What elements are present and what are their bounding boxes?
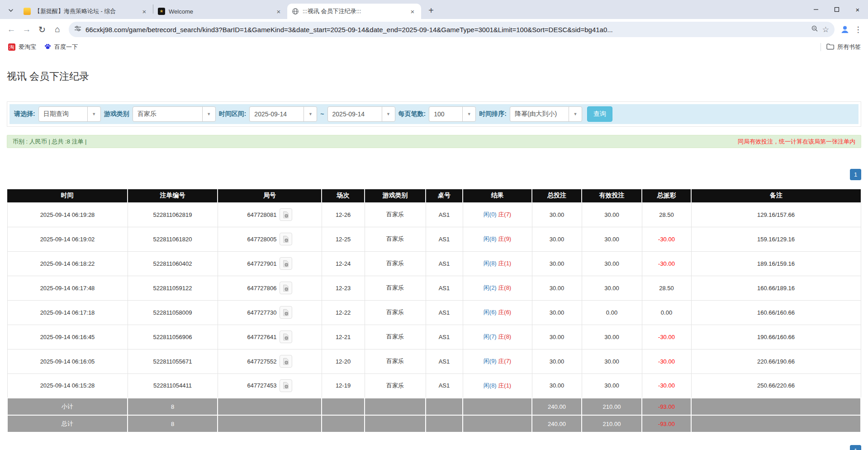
tab-title: :::视讯 会员下注纪录:::	[303, 7, 406, 15]
browser-menu-kebab-icon[interactable]: ⋮	[852, 23, 864, 36]
table-row: 2025-09-14 06:16:05522811055671647727552…	[7, 349, 861, 373]
col-result: 结果	[463, 189, 532, 202]
cell-game-category: 百家乐	[365, 202, 426, 227]
page-1-button[interactable]: 1	[850, 445, 861, 450]
url-text: 66cxkj98.com/game/betrecord_search/kind3…	[85, 26, 807, 34]
table-footer-row: 总计8240.00210.00-93.00	[7, 415, 861, 432]
chevron-down-icon: ▼	[87, 107, 100, 121]
all-bookmarks-button[interactable]: 所有书签	[826, 43, 863, 51]
query-type-label: 请选择:	[14, 110, 35, 118]
video-replay-icon[interactable]	[280, 233, 292, 245]
tab-search-chevron-icon[interactable]	[5, 4, 17, 17]
home-icon[interactable]: ⌂	[50, 22, 65, 37]
date-start-picker[interactable]: 2025-09-14 ▼	[249, 106, 317, 122]
cell-payout: -30.00	[642, 227, 691, 251]
cell-game-category: 百家乐	[365, 349, 426, 373]
time-sort-label: 时间排序:	[479, 110, 507, 118]
video-replay-icon[interactable]	[280, 330, 292, 343]
round-no-wrap: 647727641	[218, 330, 322, 343]
col-valid-bet: 有效投注	[582, 189, 642, 202]
cell-bet-no: 522811056906	[128, 325, 218, 349]
cell-bet-no: 522811054411	[128, 373, 218, 398]
reload-icon[interactable]: ↻	[34, 22, 50, 37]
window-close-button[interactable]: ×	[847, 0, 868, 19]
footer-label: 小计	[7, 398, 128, 415]
tab-welcome[interactable]: ★ Welcome ×	[153, 4, 287, 19]
cell-table-no: AS1	[426, 349, 463, 373]
cell-total-bet-link[interactable]: 30.00	[532, 349, 582, 373]
site-settings-tune-icon[interactable]	[74, 25, 81, 34]
tab-bet-record-active[interactable]: :::视讯 会员下注纪录::: ×	[287, 4, 421, 19]
zoom-indicator-icon[interactable]	[811, 25, 818, 34]
cell-table-no: AS1	[426, 227, 463, 251]
round-no-wrap: 647727806	[218, 282, 322, 294]
address-bar[interactable]: 66cxkj98.com/game/betrecord_search/kind3…	[69, 22, 835, 37]
cell-valid-bet: 30.00	[582, 202, 642, 227]
video-replay-icon[interactable]	[280, 208, 292, 221]
video-replay-icon[interactable]	[280, 379, 292, 392]
cell-total-bet-link[interactable]: 30.00	[532, 251, 582, 276]
cell-time: 2025-09-14 06:16:45	[7, 325, 128, 349]
window-maximize-button[interactable]	[826, 0, 847, 19]
profile-avatar-icon[interactable]	[838, 23, 852, 36]
date-range-label: 时间区间:	[219, 110, 247, 118]
filter-bar: 请选择: 日期查询 ▼ 游戏类别 百家乐 ▼ 时间区间: 2025-09-14 …	[9, 104, 859, 124]
bookmark-baidu[interactable]: 百度一下	[41, 41, 81, 53]
round-no-wrap: 647727552	[218, 355, 322, 368]
filter-panel: 请选择: 日期查询 ▼ 游戏类别 百家乐 ▼ 时间区间: 2025-09-14 …	[7, 101, 861, 127]
result-player: 闲(8)	[484, 260, 497, 267]
video-replay-icon[interactable]	[280, 355, 292, 368]
new-tab-button[interactable]: +	[425, 4, 437, 17]
tab-forum[interactable]: 【新提醒】海燕策略论坛 - 综合 ×	[19, 4, 153, 19]
cell-total-bet-link[interactable]: 30.00	[532, 300, 582, 325]
page-size-select[interactable]: 100 ▼	[429, 106, 476, 122]
game-category-select[interactable]: 百家乐 ▼	[133, 106, 216, 122]
result-player: 闲(6)	[484, 309, 497, 316]
search-button[interactable]: 查询	[587, 106, 612, 122]
cell-total-bet-link[interactable]: 30.00	[532, 227, 582, 251]
query-type-select[interactable]: 日期查询 ▼	[38, 106, 101, 122]
date-end-picker[interactable]: 2025-09-14 ▼	[327, 106, 395, 122]
video-replay-icon[interactable]	[280, 257, 292, 270]
bookmark-star-icon[interactable]: ☆	[822, 26, 829, 34]
cell-bet-no: 522811062819	[128, 202, 218, 227]
cell-total-bet-link[interactable]: 30.00	[532, 325, 582, 349]
footer-total-bet: 240.00	[532, 415, 582, 432]
cell-note: 250.66/220.66	[691, 373, 861, 398]
tab-close-icon[interactable]: ×	[408, 7, 417, 15]
back-icon[interactable]: ←	[4, 22, 19, 37]
cell-note: 220.66/190.66	[691, 349, 861, 373]
table-footer-row: 小计8240.00210.00-93.00	[7, 398, 861, 415]
cell-bet-no: 522811060402	[128, 251, 218, 276]
col-session: 场次	[322, 189, 365, 202]
bookmark-taobao[interactable]: 淘 爱淘宝	[5, 41, 40, 53]
video-replay-icon[interactable]	[280, 282, 292, 294]
cell-table-no: AS1	[426, 373, 463, 398]
cell-total-bet-link[interactable]: 30.00	[532, 276, 582, 300]
cell-valid-bet: 30.00	[582, 276, 642, 300]
cell-game-category: 百家乐	[365, 251, 426, 276]
footer-empty-cell	[365, 398, 426, 415]
cell-game-category: 百家乐	[365, 300, 426, 325]
time-sort-select[interactable]: 降幂(由大到小) ▼	[510, 106, 582, 122]
forward-icon[interactable]: →	[19, 22, 34, 37]
browser-window: 【新提醒】海燕策略论坛 - 综合 × ★ Welcome × :::视讯 会员下…	[0, 0, 868, 450]
result-player: 闲(8)	[484, 235, 497, 242]
tab-title: Welcome	[169, 8, 272, 15]
page-1-button[interactable]: 1	[850, 169, 861, 180]
cell-total-bet-link[interactable]: 30.00	[532, 202, 582, 227]
cell-note: 160.66/160.66	[691, 300, 861, 325]
cell-round-no: 647727453	[218, 373, 322, 398]
tab-close-icon[interactable]: ×	[140, 7, 148, 15]
window-minimize-button[interactable]	[806, 0, 826, 19]
video-replay-icon[interactable]	[280, 306, 292, 319]
cell-time: 2025-09-14 06:18:22	[7, 251, 128, 276]
chevron-down-icon: ▼	[202, 107, 215, 121]
round-no-text: 647727641	[247, 334, 276, 340]
cell-total-bet-link[interactable]: 30.00	[532, 373, 582, 398]
cell-round-no: 647728081	[218, 202, 322, 227]
cell-time: 2025-09-14 06:17:18	[7, 300, 128, 325]
cell-session: 12-23	[322, 276, 365, 300]
page-size-label: 每页笔数:	[398, 110, 426, 118]
tab-close-icon[interactable]: ×	[275, 7, 283, 15]
